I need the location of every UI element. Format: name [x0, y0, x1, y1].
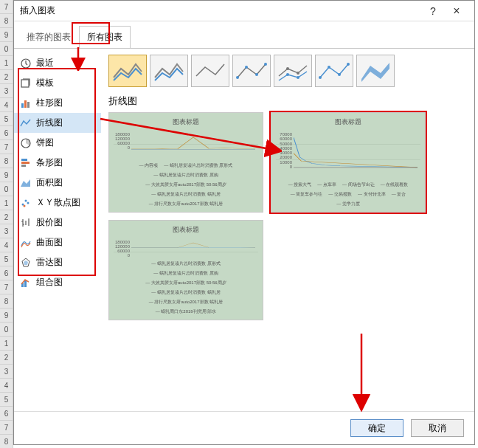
recent-icon [20, 58, 32, 69]
sidebar-item-label: 面积图 [36, 176, 63, 189]
line-icon [20, 117, 32, 129]
row-number: 7 [0, 421, 13, 435]
svg-rect-8 [21, 165, 26, 167]
svg-rect-6 [21, 159, 27, 161]
tab-all-charts[interactable]: 所有图表 [79, 26, 131, 49]
row-number: 7 [0, 140, 13, 154]
subtype-stacked-line[interactable] [150, 55, 188, 87]
svg-point-33 [347, 63, 350, 66]
row-number: 9 [0, 168, 13, 182]
preview-y-axis: 180000120000600000 [114, 240, 130, 248]
svg-point-22 [236, 76, 239, 79]
preview-chart-area: 180000120000600000 [114, 237, 258, 258]
titlebar: 插入图表 ? × [14, 1, 474, 21]
subtype-line-markers[interactable] [232, 55, 271, 87]
dialog-footer: 确定 取消 [14, 411, 474, 444]
row-number: 6 [0, 126, 13, 140]
subtype-stacked-line-markers[interactable] [274, 55, 312, 87]
subtype-percent-line-markers[interactable] [315, 55, 353, 87]
row-number: 5 [0, 252, 13, 266]
row-number: 7 [0, 0, 13, 14]
sidebar-item-line[interactable]: 折线图 [14, 113, 101, 133]
row-number: 3 [0, 365, 13, 379]
sidebar-item-stock[interactable]: 股价图 [14, 213, 101, 232]
sidebar-item-label: 曲面图 [36, 236, 63, 249]
sidebar-item-template[interactable]: 模板 [14, 73, 101, 93]
sidebar-item-label: 组合图 [36, 276, 63, 289]
svg-rect-4 [27, 102, 30, 108]
sidebar-item-bar[interactable]: 条形图 [14, 153, 101, 173]
preview-title: 图表标题 [173, 117, 199, 127]
sidebar-item-label: 柱形图 [36, 97, 63, 109]
pie-icon [20, 137, 32, 149]
chart-preview-2[interactable]: 图表标题700006000050000400003000020000100000… [271, 112, 426, 213]
row-number: 2 [0, 351, 13, 365]
row-number: 2 [0, 70, 13, 84]
sidebar-item-label: 模板 [36, 77, 54, 89]
insert-chart-dialog: 插入图表 ? × 推荐的图表 所有图表 最近模板柱形图折线图饼图条形图面积图ＸＹ… [13, 0, 475, 445]
main-pane: 折线图 图表标题180000120000600000— 内容项— 蜗乳居复读片总… [101, 49, 474, 411]
row-number: 5 [0, 112, 13, 126]
radar-icon [20, 257, 32, 269]
tab-recommended[interactable]: 推荐的图表 [18, 26, 79, 49]
svg-point-29 [297, 76, 299, 79]
svg-point-10 [25, 199, 27, 201]
svg-rect-1 [21, 80, 29, 87]
svg-point-23 [245, 66, 248, 69]
sidebar-item-label: 股价图 [36, 216, 63, 229]
surface-icon [20, 237, 32, 249]
area-icon [20, 177, 32, 189]
subtype-3d-line[interactable] [356, 55, 395, 87]
row-number: 6 [0, 266, 13, 280]
sidebar-item-combo[interactable]: 组合图 [14, 272, 101, 292]
svg-point-31 [328, 66, 330, 69]
sidebar-item-area[interactable]: 面积图 [14, 173, 101, 193]
row-number: 9 [0, 309, 13, 323]
sidebar-item-recent[interactable]: 最近 [14, 53, 101, 73]
row-number: 1 [0, 196, 13, 210]
svg-point-25 [264, 63, 267, 66]
preview-y-axis: 700006000050000400003000020000100000 [276, 132, 292, 169]
chart-preview-1[interactable]: 图表标题180000120000600000— 内容项— 蜗乳居复读片总时消费数… [108, 112, 263, 213]
svg-point-11 [27, 201, 30, 204]
column-icon [20, 97, 32, 109]
row-number: 4 [0, 379, 13, 393]
sidebar-item-label: 最近 [36, 57, 54, 69]
svg-point-28 [286, 73, 289, 76]
preview-legend: — 蜗乳居复读片总时消费数 原形式— 蜗乳居复读片总时消费数 原购— 大效其胶女… [114, 261, 258, 315]
svg-marker-19 [24, 261, 28, 265]
subtype-line[interactable] [108, 55, 147, 87]
subtype-percent-stacked-line[interactable] [191, 55, 229, 87]
sidebar-item-column[interactable]: 柱形图 [14, 93, 101, 113]
row-number: 4 [0, 98, 13, 112]
sidebar-item-label: ＸＹ散点图 [36, 196, 80, 209]
row-number: 5 [0, 393, 13, 407]
preview-title: 图表标题 [335, 117, 361, 127]
help-button[interactable]: ? [421, 2, 445, 20]
ok-button[interactable]: 确定 [350, 419, 403, 437]
subtype-title: 折线图 [108, 94, 467, 108]
spreadsheet-row-numbers: 78901234567890123456789012345678 [0, 0, 13, 448]
bar-icon [20, 157, 32, 169]
svg-rect-2 [21, 103, 24, 108]
preview-legend: — 内容项— 蜗乳居复读片总时消费数 原形式— 蜗乳居复读片总时消费数 原购— … [114, 162, 258, 207]
row-number: 7 [0, 280, 13, 294]
sidebar-item-radar[interactable]: 雷达图 [14, 252, 101, 272]
cancel-button[interactable]: 取消 [411, 419, 464, 437]
row-number: 2 [0, 210, 13, 224]
sidebar-item-surface[interactable]: 曲面图 [14, 232, 101, 252]
chart-preview-3[interactable]: 图表标题180000120000600000— 蜗乳居复读片总时消费数 原形式—… [108, 220, 263, 320]
chart-previews: 图表标题180000120000600000— 内容项— 蜗乳居复读片总时消费数… [108, 112, 467, 405]
close-button[interactable]: × [445, 2, 468, 20]
preview-y-axis: 180000120000600000 [114, 132, 130, 150]
row-number: 8 [0, 294, 13, 309]
row-number: 0 [0, 323, 13, 337]
svg-rect-7 [21, 162, 30, 164]
stock-icon [20, 217, 32, 229]
combo-icon [20, 277, 32, 289]
sidebar-item-xy[interactable]: ＸＹ散点图 [14, 193, 101, 213]
xy-icon [20, 197, 32, 209]
sidebar-item-pie[interactable]: 饼图 [14, 133, 101, 153]
chart-category-sidebar: 最近模板柱形图折线图饼图条形图面积图ＸＹ散点图股价图曲面图雷达图组合图 [14, 49, 101, 411]
svg-point-30 [319, 76, 322, 79]
